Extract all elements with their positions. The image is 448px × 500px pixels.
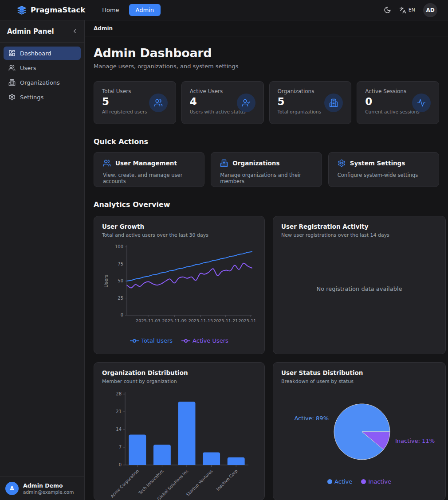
svg-text:2025-11-03: 2025-11-03 [136,318,160,323]
user-status-pie-chart: Active: 89%Inactive: 11% [281,388,437,476]
breadcrumb[interactable]: Admin [94,25,113,31]
user-growth-line-chart: 02550751002025-11-032025-11-092025-11-15… [102,242,256,335]
svg-text:Startup Ventures: Startup Ventures [185,469,214,497]
action-description: Configure system-wide settings [338,172,430,178]
users-icon [8,64,16,71]
gear-icon [338,159,346,167]
building-icon [8,79,16,86]
action-description: Manage organizations and their members [220,172,312,184]
legend-item-active: Active [327,478,352,485]
svg-text:25: 25 [118,296,123,301]
svg-text:75: 75 [118,262,123,266]
chevron-left-icon [71,28,78,35]
user-name: Admin Demo [23,482,74,489]
chart-card-organization-distribution: Organization Distribution Member count b… [94,362,265,500]
account-avatar[interactable]: AD [423,3,437,17]
sidebar-item-label: Dashboard [20,50,51,57]
gear-icon [8,94,16,101]
brand[interactable]: PragmaStack [17,5,85,15]
legend-dot [361,479,366,484]
chart-subtitle: Breakdown of users by status [281,379,437,384]
stat-card-active-sessions: Active Sessions 0 Current active session… [357,81,439,124]
stats-row: Total Users 5 All registered users Activ… [94,81,439,124]
svg-text:50: 50 [118,278,123,283]
legend-label: Active Users [193,337,228,344]
stat-card-organizations: Organizations 5 Total organizations [269,81,352,124]
legend-label: Total Users [141,337,173,344]
chart-subtitle: Total and active users over the last 30 … [102,232,256,238]
chart-subtitle: New user registrations over the last 14 … [281,232,437,238]
chart-title: User Status Distribution [281,369,437,376]
sidebar-collapse-button[interactable] [71,28,78,35]
svg-text:Inactive: 11%: Inactive: 11% [395,438,435,444]
svg-text:14: 14 [116,427,122,432]
svg-text:28: 28 [116,391,122,396]
nav-link-admin[interactable]: Admin [129,4,161,16]
sidebar-item-users[interactable]: Users [4,61,81,74]
chart-title: User Growth [102,223,256,230]
top-navbar: PragmaStack Home Admin EN AD [0,0,448,20]
main-nav: Home Admin [98,4,161,16]
legend-item-active-users: Active Users [181,337,228,344]
building-icon [324,94,343,112]
building-icon [220,159,228,167]
sidebar-item-label: Users [20,65,36,71]
action-title: System Settings [350,160,405,167]
action-card-user-management[interactable]: User Management View, create, and manage… [94,152,204,187]
legend-label: Active [334,478,352,485]
theme-toggle-button[interactable] [384,6,391,14]
chart-card-user-status: User Status Distribution Breakdown of us… [273,362,446,500]
svg-text:100: 100 [115,244,123,249]
action-title: User Management [115,160,177,167]
user-check-icon [237,94,255,112]
svg-text:Inactive Corp: Inactive Corp [215,469,238,492]
user-avatar: A [5,482,19,495]
svg-text:2025-11-27: 2025-11-27 [239,318,256,323]
chart-subtitle: Member count by organization [102,379,256,384]
sidebar-nav: Dashboard Users Organizations [0,43,84,477]
action-description: View, create, and manage user accounts [103,172,195,184]
language-switcher-button[interactable]: EN [399,7,415,14]
translate-icon [399,7,406,14]
svg-text:Tech Innovators: Tech Innovators [137,469,164,496]
dashboard-icon [8,50,16,57]
chart-title: User Registration Activity [281,223,437,230]
legend-item-total-users: Total Users [130,337,173,344]
charts-grid: User Growth Total and active users over … [94,216,439,500]
organization-bar-chart: 07142128Acme CorporationTech InnovatorsG… [102,388,256,500]
svg-text:0: 0 [119,462,122,467]
user-email: admin@example.com [23,489,74,495]
line-chart-legend: Total UsersActive Users [102,337,256,344]
empty-state-text: No registration data available [281,238,437,339]
sidebar-item-label: Organizations [20,79,60,86]
action-card-system-settings[interactable]: System Settings Configure system-wide se… [328,152,439,187]
legend-dot [327,479,332,484]
legend-label: Inactive [368,478,391,485]
svg-text:2025-11-15: 2025-11-15 [189,318,213,323]
breadcrumb-bar: Admin [85,20,448,36]
language-label: EN [409,7,415,13]
sidebar-item-label: Settings [20,94,43,101]
svg-text:2025-11-21: 2025-11-21 [213,318,238,323]
chart-card-registration-activity: User Registration Activity New user regi… [273,216,446,354]
svg-text:Acme Corporation: Acme Corporation [110,469,140,499]
users-icon [103,159,111,167]
svg-text:Users: Users [103,274,109,287]
svg-text:2025-11-09: 2025-11-09 [162,318,187,323]
brand-name: PragmaStack [31,6,85,14]
admin-sidebar: Admin Panel Dashboard Users [0,20,85,500]
chart-card-user-growth: User Growth Total and active users over … [94,216,265,354]
pie-chart-legend: ActiveInactive [281,478,437,485]
sidebar-item-dashboard[interactable]: Dashboard [4,47,81,60]
sidebar-user-card[interactable]: A Admin Demo admin@example.com [0,477,84,500]
svg-text:7: 7 [119,445,122,449]
sidebar-item-settings[interactable]: Settings [4,90,81,104]
quick-actions-row: User Management View, create, and manage… [94,152,439,187]
analytics-heading: Analytics Overview [94,200,439,209]
stat-card-active-users: Active Users 4 Users with active status [181,81,264,124]
action-card-organizations[interactable]: Organizations Manage organizations and t… [211,152,322,187]
activity-icon [412,94,431,112]
nav-link-home[interactable]: Home [98,4,123,16]
svg-text:0: 0 [121,312,123,317]
sidebar-item-organizations[interactable]: Organizations [4,76,81,89]
